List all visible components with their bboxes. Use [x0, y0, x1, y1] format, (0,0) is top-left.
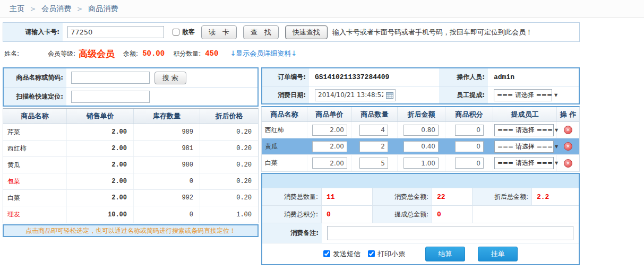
- breadcrumb-member-consume[interactable]: 会员消费: [41, 4, 71, 14]
- product-panel-hint: 点击商品即可轻松选定，也可以通过名称或简码进行搜索或条码直接定位！: [3, 224, 259, 237]
- total-points-label: 消费总积分:: [262, 206, 322, 223]
- read-card-button[interactable]: 读 卡: [201, 25, 237, 39]
- points-value: 450: [205, 49, 218, 58]
- col-product-name: 商品名称: [3, 109, 67, 124]
- qty-input[interactable]: [359, 141, 388, 152]
- show-member-details-link[interactable]: ↓显示会员详细资料↓: [230, 49, 297, 58]
- scanner-locate-input[interactable]: [71, 91, 150, 103]
- settle-button[interactable]: 结算: [425, 247, 465, 261]
- card-lookup-hint: 输入卡号或者卡面号码或者手机号码，按回车即可定位到此会员！: [332, 28, 533, 37]
- product-row[interactable]: 黄瓜2.009800.20: [3, 157, 258, 173]
- col-sale-price: 销售单价: [67, 109, 134, 124]
- operator-value: admin: [488, 73, 579, 81]
- product-row[interactable]: 西红柿2.009810.20: [3, 141, 258, 157]
- staff-commission-select[interactable]: === 请选择 ===▼: [494, 89, 552, 101]
- col-item-name: 商品名称: [262, 107, 307, 121]
- col-item-points: 商品积分: [445, 107, 493, 121]
- product-search-box: 商品名称或简码: 搜 索 扫描枪快速定位:: [3, 67, 259, 107]
- staff-commission-label: 员工提成:: [439, 86, 488, 103]
- item-points-input[interactable]: [455, 125, 484, 136]
- hold-order-button[interactable]: 挂单: [478, 247, 518, 261]
- quick-find-button[interactable]: 快速查找: [285, 25, 328, 39]
- col-discount-price: 折后价格: [200, 109, 258, 124]
- unit-price-input[interactable]: [312, 141, 347, 152]
- total-commission-label: 提成总金额:: [373, 206, 432, 223]
- row-staff-select[interactable]: === 请选择 ===▼: [494, 157, 554, 169]
- product-search-label: 商品名称或简码:: [4, 68, 66, 87]
- total-amount-value: 22: [432, 188, 473, 205]
- send-sms-checkbox[interactable]: [323, 250, 330, 257]
- consume-date-input[interactable]: [315, 89, 396, 101]
- product-row[interactable]: 理发10.0001.00: [3, 206, 258, 223]
- total-amount-label: 消费总金额:: [373, 188, 432, 205]
- total-discount-label: 折后总金额:: [473, 188, 532, 205]
- print-ticket-checkbox[interactable]: [368, 250, 375, 257]
- find-button[interactable]: 查 找: [243, 25, 279, 39]
- breadcrumb: 主页 > 会员消费 > 商品消费: [0, 0, 644, 18]
- cart-filler-band: [262, 174, 579, 188]
- walk-in-label: 散客: [182, 28, 195, 37]
- unit-price-input[interactable]: [312, 125, 347, 136]
- cart-table: 商品名称 商品单价 商品数量 折后金额 商品积分 提成员工 操 作 西红柿===…: [261, 106, 580, 172]
- cart-row[interactable]: 黄瓜=== 请选择 ===▼✕: [262, 138, 579, 155]
- member-name-label: 姓名:: [4, 49, 19, 58]
- qty-input[interactable]: [359, 158, 388, 169]
- delete-item-icon[interactable]: ✕: [564, 159, 572, 168]
- product-table-header: 商品名称 销售单价 库存数量 折后价格: [3, 109, 258, 124]
- card-lookup-bar: 请输入卡号: 散客 读 卡 查 找 快速查找 输入卡号或者卡面号码或者手机号码，…: [3, 22, 580, 42]
- operator-label: 操作人员:: [439, 68, 488, 86]
- col-unit-price: 商品单价: [307, 107, 352, 121]
- cart-row[interactable]: 西红柿=== 请选择 ===▼✕: [262, 122, 579, 138]
- remark-label: 消费备注:: [262, 223, 322, 243]
- item-points-input[interactable]: [455, 141, 484, 152]
- cart-table-header: 商品名称 商品单价 商品数量 折后金额 商品积分 提成员工 操 作: [262, 107, 579, 122]
- product-table-body: 芹菜2.009890.20西红柿2.009810.20黄瓜2.009800.20…: [3, 124, 258, 223]
- product-row[interactable]: 包菜2.0000.20: [3, 173, 258, 190]
- card-number-label: 请输入卡号:: [3, 23, 63, 41]
- col-commission-staff: 提成员工: [493, 107, 557, 121]
- breadcrumb-separator: >: [30, 5, 36, 13]
- col-stock-qty: 库存数量: [134, 109, 200, 124]
- walk-in-checkbox[interactable]: [173, 29, 179, 36]
- product-table: 商品名称 销售单价 库存数量 折后价格 芹菜2.009890.20西红柿2.00…: [3, 108, 259, 223]
- product-row[interactable]: 芹菜2.009890.20: [3, 124, 258, 141]
- send-sms-label: 发送短信: [333, 249, 360, 259]
- breadcrumb-home[interactable]: 主页: [10, 4, 24, 14]
- cart-row[interactable]: 白菜=== 请选择 ===▼✕: [262, 155, 579, 171]
- item-points-input[interactable]: [455, 158, 484, 169]
- total-qty-label: 消费总数量:: [262, 188, 322, 205]
- unit-price-input[interactable]: [312, 158, 347, 169]
- order-info-box: 订单编号: GS1410211337284409 操作人员: admin 消费日…: [261, 67, 580, 104]
- delete-item-icon[interactable]: ✕: [564, 142, 572, 151]
- member-level-label: 会员等级:: [48, 49, 75, 58]
- qty-input[interactable]: [359, 125, 388, 136]
- member-info-bar: 姓名: 会员等级: 高级会员 余额: 50.00 积分数量: 450 ↓显示会员…: [4, 47, 297, 60]
- breadcrumb-product-consume[interactable]: 商品消费: [88, 4, 118, 14]
- total-qty-value: 11: [322, 188, 373, 205]
- total-commission-value: 0: [432, 206, 473, 223]
- row-staff-select[interactable]: === 请选择 ===▼: [494, 124, 554, 136]
- balance-label: 余额:: [123, 49, 138, 58]
- product-search-input[interactable]: [71, 72, 150, 84]
- discount-amount-input[interactable]: [403, 158, 439, 169]
- consume-date-label: 消费日期:: [262, 86, 309, 103]
- delete-item-icon[interactable]: ✕: [564, 126, 572, 134]
- order-no-value: GS1410211337284409: [309, 73, 439, 81]
- search-button[interactable]: 搜 索: [154, 72, 186, 84]
- card-number-input[interactable]: [67, 26, 164, 38]
- discount-amount-input[interactable]: [403, 125, 439, 136]
- points-label: 积分数量:: [173, 49, 201, 58]
- scanner-locate-label: 扫描枪快速定位:: [4, 88, 66, 106]
- col-qty: 商品数量: [352, 107, 398, 121]
- product-row[interactable]: 白菜2.009920.20: [3, 190, 258, 206]
- row-staff-select[interactable]: === 请选择 ===▼: [494, 141, 554, 153]
- discount-amount-input[interactable]: [403, 141, 439, 152]
- member-level-value: 高级会员: [79, 48, 115, 60]
- balance-value: 50.00: [142, 49, 165, 58]
- order-panel: 订单编号: GS1410211337284409 操作人员: admin 消费日…: [261, 67, 580, 265]
- order-no-label: 订单编号:: [262, 68, 309, 86]
- product-panel: 商品名称或简码: 搜 索 扫描枪快速定位: 商品名称 销售单价 库存数量 折后价…: [3, 67, 259, 237]
- calendar-icon[interactable]: [386, 92, 393, 99]
- remark-input[interactable]: [327, 226, 573, 240]
- col-operation: 操 作: [557, 107, 579, 121]
